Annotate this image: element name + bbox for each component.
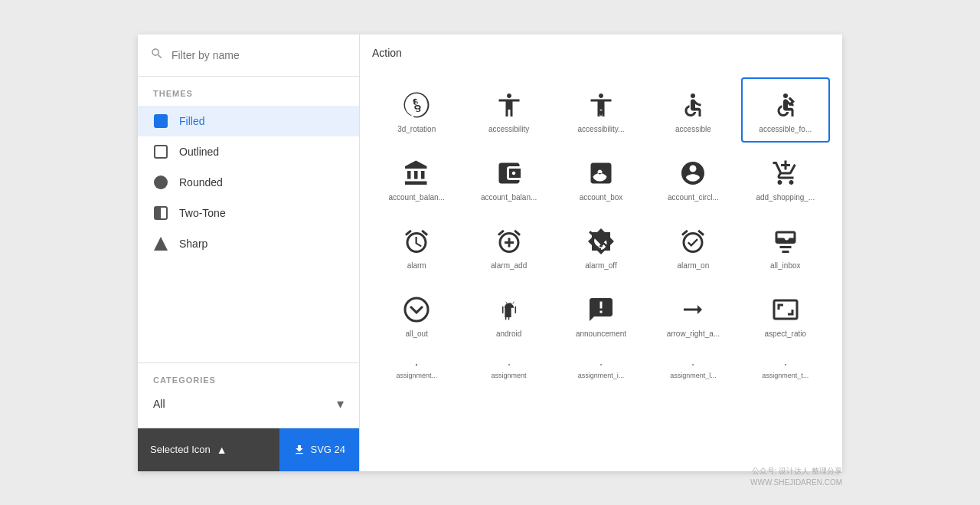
svg-download-button[interactable]: SVG 24 [279, 428, 359, 471]
icon-cell-alarm-on[interactable]: alarm_on [648, 214, 737, 279]
arrow-right-alt-icon [679, 296, 707, 323]
icon-label: accessibility... [578, 125, 625, 133]
icon-cell-alarm-add[interactable]: alarm_add [464, 214, 553, 279]
icon-cell-android[interactable]: android [464, 282, 553, 347]
filled-icon [153, 113, 168, 129]
icon-cell-row5-2[interactable]: assignment [464, 350, 553, 389]
alarm-add-icon [495, 228, 523, 255]
alarm-off-icon [587, 228, 615, 255]
icon-label: alarm_on [678, 261, 710, 270]
icon-label: announcement [576, 330, 626, 338]
search-icon [150, 47, 164, 64]
rounded-icon [153, 175, 168, 190]
themes-section: THEMES Filled Outlined [138, 77, 359, 363]
icon-label: arrow_right_a... [667, 330, 720, 338]
icon-cell-account-balance-wallet[interactable]: account_balan... [464, 146, 553, 211]
icon-label: account_circl... [668, 193, 719, 202]
categories-select[interactable]: All ▾ [153, 392, 344, 415]
account-balance-icon [403, 159, 430, 187]
icon-cell-alarm-off[interactable]: alarm_off [557, 214, 645, 279]
theme-rounded-label: Rounded [179, 176, 223, 189]
3d-rotation-icon [403, 91, 430, 119]
icon-label: account_box [580, 193, 623, 202]
accessible-icon [679, 91, 707, 119]
icon-cell-accessible-forward[interactable]: accessible_fo... [741, 77, 830, 143]
account-box-icon [587, 159, 615, 187]
icon-label: account_balan... [481, 193, 537, 202]
icon-cell-aspect-ratio[interactable]: aspect_ratio [741, 282, 830, 347]
accessible-forward-icon [772, 91, 799, 119]
icon-label: 3d_rotation [397, 125, 436, 133]
alarm-on-icon [679, 228, 707, 255]
row5-icon-2 [495, 364, 523, 366]
category-title: Action [372, 47, 830, 65]
account-circle-icon [679, 159, 707, 187]
download-icon [293, 444, 305, 456]
icon-label: accessible_fo... [759, 125, 812, 133]
icon-cell-announcement[interactable]: announcement [557, 282, 645, 347]
row5-icon-1 [403, 364, 430, 366]
svg-button-label: SVG 24 [310, 444, 345, 455]
categories-section: CATEGORIES All ▾ [138, 363, 359, 428]
chevron-up-icon: ▲ [217, 444, 227, 456]
icon-cell-accessibility[interactable]: accessibility [464, 77, 553, 143]
icon-cell-account-balance[interactable]: account_balan... [372, 146, 461, 211]
icon-cell-3d_rotation[interactable]: 3d_rotation [372, 77, 461, 143]
themes-label: THEMES [138, 89, 359, 106]
icon-cell-accessibility-new[interactable]: accessibility... [557, 77, 645, 143]
theme-filled[interactable]: Filled [138, 106, 359, 136]
outlined-icon [153, 144, 168, 159]
icon-cell-all-inbox[interactable]: all_inbox [741, 214, 830, 279]
sidebar: THEMES Filled Outlined [138, 34, 360, 471]
icon-label: assignment... [396, 372, 437, 379]
categories-label: CATEGORIES [153, 375, 344, 385]
announcement-icon [587, 296, 615, 323]
icon-cell-accessible[interactable]: accessible [648, 77, 737, 143]
row5-icon-5 [772, 364, 799, 366]
two-tone-icon [153, 205, 168, 221]
icon-label: alarm [407, 261, 426, 270]
footer-bar: Selected Icon ▲ SVG 24 [138, 428, 359, 471]
icon-cell-arrow-right-alt[interactable]: arrow_right_a... [648, 282, 737, 347]
main-content: Action 3d_rotation accessibility accessi… [360, 34, 842, 471]
row5-icon-3 [587, 364, 615, 366]
svg-point-0 [691, 93, 695, 98]
search-input[interactable] [172, 49, 347, 61]
watermark: 公众号: 设计达人 整理分享WWW.SHEJIDAREN.COM [750, 465, 842, 488]
theme-outlined[interactable]: Outlined [138, 136, 359, 167]
theme-sharp[interactable]: Sharp [138, 228, 359, 259]
icon-cell-add-shopping-cart[interactable]: add_shopping_... [741, 146, 830, 211]
icon-cell-row5-5[interactable]: assignment_t... [741, 350, 830, 389]
search-bar [138, 34, 359, 77]
all-out-icon [403, 296, 430, 323]
icon-label: add_shopping_... [756, 193, 815, 202]
theme-rounded[interactable]: Rounded [138, 167, 359, 198]
icon-label: assignment_i... [578, 372, 625, 379]
icon-label: alarm_add [491, 261, 527, 270]
icon-cell-row5-4[interactable]: assignment_l... [648, 350, 737, 389]
theme-filled-label: Filled [179, 115, 204, 127]
icon-label: all_out [405, 330, 427, 338]
alarm-icon [403, 228, 430, 255]
icon-label: assignment_l... [670, 372, 717, 379]
account-balance-wallet-icon [495, 159, 523, 187]
icon-cell-account-circle[interactable]: account_circl... [648, 146, 737, 211]
icon-label: all_inbox [770, 261, 800, 270]
icon-cell-row5-3[interactable]: assignment_i... [557, 350, 645, 389]
accessibility-icon [495, 91, 523, 119]
icon-label: android [496, 330, 521, 338]
sharp-icon [153, 236, 168, 251]
icon-label: accessible [675, 125, 711, 133]
icon-label: alarm_off [585, 261, 617, 270]
theme-two-tone[interactable]: Two-Tone [138, 198, 359, 228]
icon-cell-all-out[interactable]: all_out [372, 282, 461, 347]
icon-cell-alarm[interactable]: alarm [372, 214, 461, 279]
add-shopping-cart-icon [772, 159, 799, 187]
android-icon [495, 296, 523, 323]
selected-icon-button[interactable]: Selected Icon ▲ [138, 428, 279, 471]
svg-point-2 [405, 298, 428, 321]
icon-cell-row5-1[interactable]: assignment... [372, 350, 461, 389]
accessibility-new-icon [587, 91, 615, 119]
theme-two-tone-label: Two-Tone [179, 207, 226, 219]
icon-cell-account-box[interactable]: account_box [557, 146, 645, 211]
